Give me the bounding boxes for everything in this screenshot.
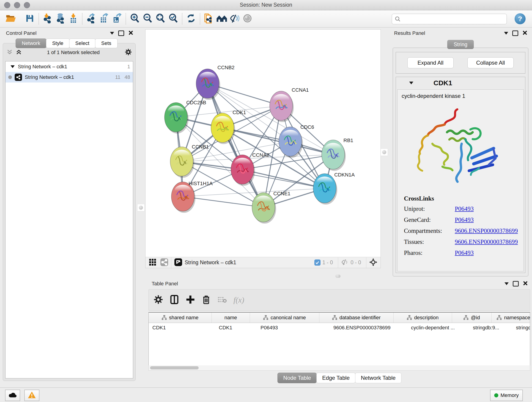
hide-panels-button[interactable] [228,12,241,26]
memory-label: Memory [500,392,519,398]
zoom-fit-button[interactable] [154,12,167,26]
table-horizontal-scrollbar[interactable] [148,365,530,370]
import-network-file-button[interactable] [41,12,54,26]
table-settings-gear-icon[interactable] [154,295,163,305]
warnings-button[interactable] [24,390,39,401]
toolbar-separator [82,13,82,25]
float-panel-icon[interactable] [110,32,114,35]
export-network-button[interactable] [85,12,98,26]
left-splitter-handle[interactable] [137,204,145,211]
search-input[interactable] [401,14,507,24]
close-panel-icon[interactable] [128,30,133,36]
crosslink-link[interactable]: 9606.ENSP00000378699 [455,238,518,245]
tab-node-table[interactable]: Node Table [278,373,317,383]
title-bar: Session: New Session [0,0,532,10]
cloud-status-button[interactable] [5,390,20,401]
hidden-eye-icon [341,259,349,267]
network-row[interactable]: String Network – cdk1 11 48 [6,72,133,83]
tab-style[interactable]: Style [46,38,70,48]
crosslinks-heading: CrossLinks [404,195,518,202]
main-toolbar: ? [0,10,532,27]
column-header-canonical-name[interactable]: canonical name [250,313,319,323]
string-results-actions: Expand All Collapse All [396,52,525,74]
export-table-button[interactable] [98,12,110,26]
grid-view-icon[interactable] [149,258,157,267]
column-header-shared-name[interactable]: shared name [149,313,212,323]
collapse-gene-icon[interactable] [409,82,413,84]
collapse-all-button[interactable]: Collapse All [467,57,514,68]
float-panel-icon[interactable] [504,32,508,35]
refresh-view-button[interactable] [185,12,197,26]
open-session-button[interactable] [4,12,17,26]
crosslink-link[interactable]: P06493 [455,216,474,223]
crosslink-label: GeneCard: [404,216,455,223]
crosslink-link[interactable]: P06493 [455,205,474,212]
zoom-selected-button[interactable] [167,12,180,26]
add-column-icon[interactable] [186,295,195,305]
edge-count: 48 [125,74,130,80]
scrollbar-thumb[interactable] [150,366,199,370]
network-tree: String Network – cdk1 1 String Network –… [5,61,133,378]
network-view-toolbar: String Network – cdk1 1 - 0 0 - 0 [146,257,380,268]
float-panel-icon[interactable] [505,282,509,285]
home-button[interactable] [215,12,228,26]
expand-all-networks-icon[interactable] [16,49,22,56]
hidden-node-edge-count: 0 - 0 [351,259,361,266]
memory-button[interactable]: Memory [490,390,523,401]
control-panel-title: Control Panel [6,30,36,36]
string-protein-query-button[interactable] [203,12,215,26]
zoom-out-button[interactable] [141,12,154,26]
tab-network[interactable]: Network [16,38,46,48]
column-header-id[interactable]: @id [452,313,492,323]
control-panel-tabs: Network Style Select Sets [16,38,117,48]
import-table-button[interactable] [67,12,80,26]
network-canvas[interactable]: CCNB2CCNA1CDC25BCDK1CDC6RB1CCNB1CCNA2CDK… [146,30,380,257]
network-collection-row[interactable]: String Network – cdk1 1 [6,61,133,72]
export-image-button[interactable] [110,12,123,26]
collapse-collection-icon[interactable] [11,65,15,68]
tab-sets[interactable]: Sets [95,38,118,48]
network-view-title: String Network – cdk1 [185,259,314,266]
cell-name: CDK1 [215,325,257,331]
network-share-view-icon[interactable] [160,258,168,267]
column-header-name[interactable]: name [212,313,250,323]
close-panel-icon[interactable] [523,281,528,287]
gene-description: cyclin-dependent kinase 1 [398,89,524,99]
tab-string[interactable]: String [447,40,474,49]
undock-panel-icon[interactable] [513,281,519,287]
horizontal-splitter-handle[interactable] [336,274,341,278]
help-button[interactable]: ? [515,13,526,24]
close-panel-icon[interactable] [522,30,527,36]
gene-symbol: CDK1 [433,79,452,87]
show-columns-icon[interactable] [170,295,179,305]
right-splitter-handle[interactable] [380,148,388,156]
column-header-namespace[interactable]: namespace [492,313,530,323]
collapse-all-networks-icon[interactable] [7,49,13,56]
column-header-description[interactable]: description [394,313,452,323]
crosslink-link[interactable]: 9606.ENSP00000378699 [455,227,518,235]
expand-all-button[interactable]: Expand All [407,57,454,68]
presentation-mode-button[interactable] [241,12,254,26]
memory-status-dot [494,393,498,397]
tab-network-table[interactable]: Network Table [355,373,401,383]
birdseye-view-icon[interactable] [174,258,182,267]
delete-column-trash-icon[interactable] [202,295,210,305]
undock-panel-icon[interactable] [512,31,518,36]
import-network-from-database-button[interactable] [54,12,67,26]
save-session-button[interactable] [23,12,36,26]
undock-panel-icon[interactable] [118,31,124,36]
fit-selected-crosshair-icon[interactable] [369,258,377,267]
selected-checkbox[interactable] [314,259,321,266]
network-options-gear-icon[interactable] [125,49,132,56]
column-header-database-identifier[interactable]: database identifier [319,313,394,323]
gene-details: cyclin-dependent kinase 1 [397,89,524,271]
selected-node-edge-count: 1 - 0 [322,259,333,266]
crosslink-link[interactable]: P06493 [455,249,474,256]
crosslink-label: Uniprot: [404,205,455,212]
zoom-in-button[interactable] [128,12,141,26]
table-row[interactable]: CDK1 CDK1 P06493 9606.ENSP00000378699 cy… [149,323,530,332]
warning-icon [27,391,36,400]
gene-section-header[interactable]: CDK1 [396,77,525,89]
tab-select[interactable]: Select [69,38,95,48]
tab-edge-table[interactable]: Edge Table [317,373,355,383]
